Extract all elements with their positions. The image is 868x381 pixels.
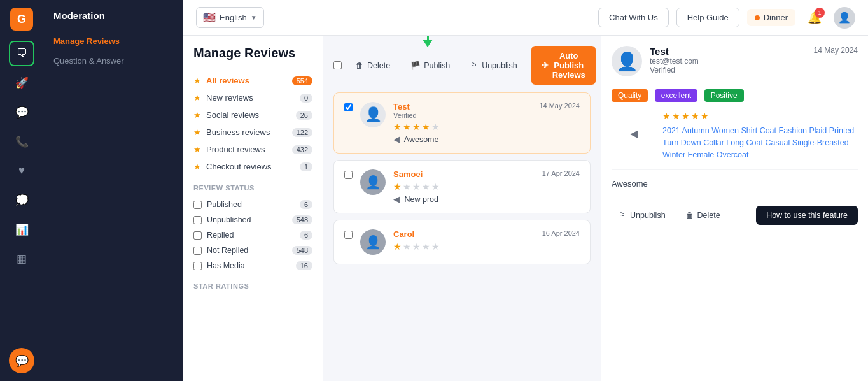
star-4: ★ — [422, 182, 430, 192]
language-selector[interactable]: 🇺🇸 English ▼ — [196, 7, 264, 28]
unpublish-icon: 🏳 — [470, 61, 479, 70]
filter-replied[interactable]: Replied 6 — [193, 227, 312, 243]
delete-detail-button[interactable]: 🗑 Delete — [679, 206, 727, 224]
star-ratings-title: Star ratings — [193, 282, 312, 290]
nav-manage-reviews[interactable]: Manage Reviews — [43, 31, 183, 51]
sidebar-item-chart[interactable]: 📊 — [9, 217, 34, 242]
star-icon: ★ — [193, 127, 201, 137]
filter-unpublished[interactable]: Unpublished 548 — [193, 212, 312, 227]
detail-email: test@test.com — [650, 57, 806, 66]
star-icon: ★ — [193, 162, 201, 171]
back-icon: ◀ — [393, 194, 400, 204]
product-link[interactable]: 2021 Autumn Women Shirt Coat Fashion Pla… — [662, 125, 858, 161]
star-2: ★ — [403, 182, 411, 192]
filter-social-reviews[interactable]: ★ Social reviews 26 — [193, 106, 312, 124]
replied-label: Replied — [207, 231, 234, 240]
filter-has-media[interactable]: Has Media 16 — [193, 258, 312, 273]
sidebar-item-chat[interactable]: 💬 — [9, 99, 34, 125]
store-name: Dinner — [764, 13, 788, 22]
review-list: 🗑 Delete 🏴 Publish 🏳 Unpublish ✈ Auto Pu… — [323, 36, 601, 381]
review-stars: ★ ★ ★ ★ ★ — [393, 182, 580, 192]
sidebar-item-phone[interactable]: 📞 — [9, 129, 34, 154]
review-body: New prod — [404, 195, 438, 204]
replied-checkbox[interactable] — [193, 231, 202, 240]
category-count: 26 — [296, 111, 312, 120]
sidebar-item-comments[interactable]: 💭 — [9, 187, 34, 213]
filter-panel: Manage Reviews ★ All reviews 554 ★ New r… — [183, 36, 323, 381]
unpublished-checkbox[interactable] — [193, 216, 202, 224]
chat-with-us-button[interactable]: Chat With Us — [598, 8, 669, 27]
review-date: 17 Apr 2024 — [542, 169, 580, 177]
review-card[interactable]: 👤 Carol 16 Apr 2024 ★ ★ ★ ★ ★ — [333, 220, 591, 264]
chat-bubble-btn[interactable]: 💬 — [9, 348, 34, 373]
reviewer-avatar: 👤 — [360, 102, 386, 127]
review-card[interactable]: 👤 Samoei 17 Apr 2024 ★ ★ ★ ★ ★ — [333, 160, 591, 213]
review-content: Carol 16 Apr 2024 ★ ★ ★ ★ ★ — [393, 229, 580, 254]
review-checkbox[interactable] — [344, 103, 353, 111]
user-avatar[interactable]: 👤 — [834, 7, 855, 29]
unpublish-detail-button[interactable]: 🏳 Unpublish — [612, 206, 673, 224]
product-info: ★ ★ ★ ★ ★ 2021 Autumn Women Shirt Coat F… — [662, 111, 858, 161]
publish-label: Publish — [424, 61, 450, 70]
trash-icon: 🗑 — [686, 211, 694, 220]
review-stars: ★ ★ ★ ★ ★ — [393, 241, 580, 252]
not-replied-checkbox[interactable] — [193, 247, 202, 255]
review-status-title: Review status — [193, 184, 312, 192]
filter-not-replied[interactable]: Not Replied 548 — [193, 243, 312, 258]
delete-button[interactable]: 🗑 Delete — [349, 58, 396, 73]
star-4: ★ — [422, 122, 430, 132]
review-stars: ★ ★ ★ ★ ★ — [393, 122, 580, 132]
star-5: ★ — [431, 241, 440, 252]
flag-icon: 🇺🇸 — [203, 11, 216, 24]
delete-label: Delete — [367, 61, 390, 70]
unpublished-count: 548 — [292, 215, 312, 224]
review-toolbar: 🗑 Delete 🏴 Publish 🏳 Unpublish ✈ Auto Pu… — [333, 46, 591, 85]
star-icon: ★ — [193, 110, 201, 120]
sidebar-item-rocket[interactable]: 🚀 — [9, 70, 34, 96]
has-media-checkbox[interactable] — [193, 262, 202, 270]
auto-publish-button[interactable]: ✈ Auto Publish Reviews — [531, 46, 596, 85]
filter-new-reviews[interactable]: ★ New reviews 0 — [193, 89, 312, 106]
star-3: ★ — [412, 241, 421, 252]
review-checkbox[interactable] — [344, 231, 353, 239]
review-checkbox[interactable] — [344, 171, 353, 179]
left-nav-title: Moderation — [43, 10, 183, 31]
nav-question-answer[interactable]: Question & Answer — [43, 51, 183, 71]
publish-button[interactable]: 🏴 Publish — [404, 57, 456, 73]
help-guide-button[interactable]: Help Guide — [676, 8, 739, 27]
review-content: Test Verified 14 May 2024 ★ ★ ★ ★ ★ ◀ — [393, 102, 580, 144]
store-badge: Dinner — [747, 9, 795, 26]
detail-footer: 🏳 Unpublish 🗑 Delete How to use this fea… — [612, 198, 858, 225]
sidebar-item-heart[interactable]: ♥ — [9, 158, 34, 183]
not-replied-count: 548 — [292, 246, 312, 255]
content-area: Manage Reviews ★ All reviews 554 ★ New r… — [183, 36, 868, 381]
store-status-dot — [755, 15, 760, 20]
unpublish-label: Unpublish — [630, 211, 666, 220]
tag-excellent: excellent — [655, 89, 697, 102]
reviewer-name: Samoei — [393, 169, 423, 179]
topbar: 🇺🇸 English ▼ Chat With Us Help Guide Din… — [183, 0, 868, 36]
notification-button[interactable]: 🔔 1 — [803, 6, 826, 29]
star-5: ★ — [431, 122, 440, 132]
sidebar-item-reviews[interactable]: 🗨 — [9, 41, 34, 66]
filter-published[interactable]: Published 6 — [193, 197, 312, 212]
reviewer-avatar: 👤 — [360, 229, 386, 255]
detail-verified: Verified — [650, 66, 806, 75]
page-title: Manage Reviews — [193, 46, 312, 61]
filter-business-reviews[interactable]: ★ Business reviews 122 — [193, 124, 312, 141]
select-all-checkbox[interactable] — [333, 61, 342, 69]
filter-product-reviews[interactable]: ★ Product reviews 432 — [193, 141, 312, 158]
detail-avatar: 👤 — [612, 46, 642, 76]
filter-all-reviews[interactable]: ★ All reviews 554 — [193, 72, 312, 89]
star-1: ★ — [393, 182, 402, 192]
sidebar-item-grid[interactable]: ▦ — [9, 246, 34, 271]
product-thumbnail: ◀ — [612, 111, 656, 155]
how-to-use-button[interactable]: How to use this feature — [756, 206, 858, 225]
review-card[interactable]: 👤 Test Verified 14 May 2024 ★ ★ ★ — [333, 92, 591, 154]
send-icon: ✈ — [542, 61, 549, 70]
unpublish-button[interactable]: 🏳 Unpublish — [464, 58, 524, 73]
main-content: 🇺🇸 English ▼ Chat With Us Help Guide Din… — [183, 0, 868, 381]
filter-checkout-reviews[interactable]: ★ Checkout reviews 1 — [193, 158, 312, 175]
published-checkbox[interactable] — [193, 201, 202, 209]
trash-icon: 🗑 — [356, 61, 364, 70]
